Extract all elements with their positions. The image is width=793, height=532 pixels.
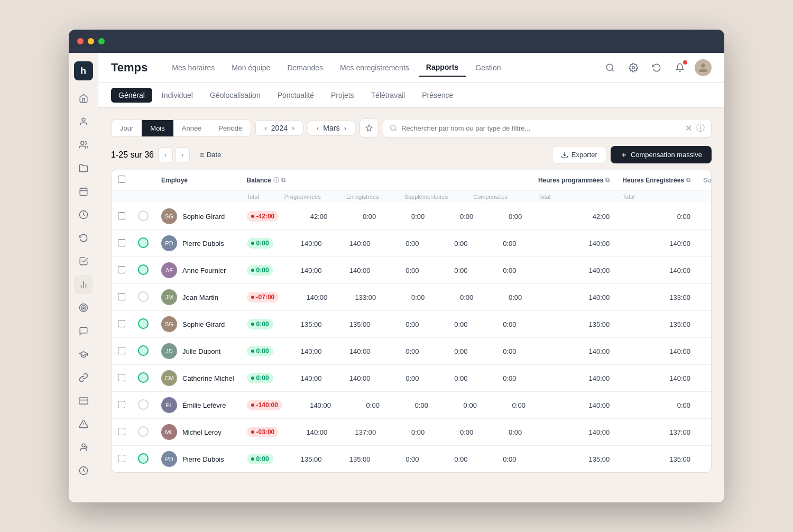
bal-comp: 0:00 <box>487 267 517 274</box>
period-btn-annee[interactable]: Année <box>173 120 210 136</box>
employee-name: Julie Dupont <box>182 347 220 355</box>
row-checkbox[interactable] <box>118 266 125 273</box>
hp-copy-icon[interactable]: ⧉ <box>605 177 610 184</box>
search-input[interactable] <box>401 124 681 132</box>
subnav-teletravail[interactable]: Télétravail <box>364 88 413 103</box>
subrow-he-total: Total <box>616 190 697 204</box>
year-next[interactable]: › <box>290 124 297 132</box>
subrow-status <box>132 190 155 204</box>
row-employee-cell: CM Catherine Michel <box>155 365 241 392</box>
close-dot[interactable] <box>77 38 84 44</box>
nav-mon-equipe[interactable]: Mon équipe <box>224 59 278 76</box>
nav-mes-enregistrements[interactable]: Mes enregistrements <box>333 59 417 76</box>
subnav-ponctualite[interactable]: Ponctualité <box>270 88 321 103</box>
subnav-presence[interactable]: Présence <box>414 88 460 103</box>
table-row: JM Jean Martin -07:00 140:00 133:00 0:00… <box>112 284 712 311</box>
year-prev[interactable]: ‹ <box>262 124 269 132</box>
settings-icon[interactable] <box>625 59 642 76</box>
maximize-dot[interactable] <box>98 38 105 44</box>
export-button[interactable]: Exporter <box>552 146 606 163</box>
sidebar-icon-payment[interactable] <box>74 391 93 410</box>
search-icon[interactable] <box>602 59 619 76</box>
minimize-dot[interactable] <box>88 38 94 44</box>
period-btn-jour[interactable]: Jour <box>112 120 142 136</box>
bal-enr: 0:00 <box>390 240 419 247</box>
subnav-geolocalisation[interactable]: Géolocalisation <box>202 88 268 103</box>
bal-prog: 0:00 <box>350 401 380 409</box>
subnav-projets[interactable]: Projets <box>324 88 362 103</box>
compensation-button[interactable]: Compensation massive <box>611 146 712 163</box>
page-title: Temps <box>111 61 147 75</box>
search-info-icon[interactable]: ⓘ <box>696 123 705 134</box>
row-employee-cell: PD Pierre Dubois <box>155 230 241 257</box>
employee-name: Sophie Girard <box>182 320 225 328</box>
row-he-total: 135:00 <box>616 311 697 338</box>
nav-gestion[interactable]: Gestion <box>468 59 508 76</box>
row-checkbox[interactable] <box>118 428 125 435</box>
balance-copy-icon[interactable]: ⧉ <box>281 177 285 184</box>
row-checkbox[interactable] <box>118 212 125 219</box>
sidebar-icon-message[interactable] <box>74 322 93 341</box>
status-indicator <box>138 426 149 437</box>
row-he-total: 140:00 <box>616 257 697 284</box>
row-checkbox[interactable] <box>118 293 125 300</box>
employee-avatar: SG <box>161 208 177 224</box>
bal-comp: 0:00 <box>487 374 517 382</box>
subnav-individuel[interactable]: Individuel <box>154 88 200 103</box>
month-prev[interactable]: ‹ <box>315 124 321 132</box>
sidebar-icon-target[interactable] <box>74 298 93 317</box>
month-next[interactable]: › <box>342 124 348 132</box>
sort-button[interactable]: Date <box>194 149 225 161</box>
period-btn-periode[interactable]: Période <box>210 120 251 136</box>
he-copy-icon[interactable]: ⧉ <box>686 177 690 184</box>
page-prev-btn[interactable]: ‹ <box>158 148 173 162</box>
sidebar-icon-alert[interactable] <box>74 415 93 434</box>
balance-badge: -140:00 <box>247 400 282 410</box>
search-clear-icon[interactable]: ✕ <box>685 123 692 133</box>
sidebar-icon-home[interactable] <box>74 89 93 108</box>
sidebar-icon-person[interactable] <box>74 112 93 131</box>
employee-name: Catherine Michel <box>182 374 234 382</box>
sidebar-icon-check[interactable] <box>74 252 93 271</box>
sidebar-icon-folder[interactable] <box>74 159 93 178</box>
row-checkbox[interactable] <box>118 401 125 408</box>
badge-dot <box>251 350 254 353</box>
row-checkbox[interactable] <box>118 374 125 381</box>
row-checkbox[interactable] <box>118 347 125 354</box>
page-next-btn[interactable]: › <box>175 148 190 162</box>
balance-info-icon[interactable]: ⓘ <box>273 176 279 184</box>
sidebar-icon-user-settings[interactable] <box>74 438 93 457</box>
sidebar-icon-chart[interactable] <box>74 275 93 294</box>
sidebar-icon-graduation[interactable] <box>74 345 93 364</box>
nav-mes-horaires[interactable]: Mes horaires <box>164 59 222 76</box>
row-he-total: 140:00 <box>616 365 697 392</box>
sidebar-icon-history[interactable] <box>74 228 93 247</box>
period-btn-mois[interactable]: Mois <box>142 120 173 136</box>
bal-total: 140:00 <box>298 428 327 436</box>
bal-enr: 0:00 <box>390 455 419 463</box>
sidebar-icon-pie[interactable] <box>74 461 93 480</box>
sidebar-icon-team[interactable] <box>74 135 93 154</box>
sidebar-icon-clock[interactable] <box>74 205 93 224</box>
row-checkbox[interactable] <box>118 239 125 246</box>
notification-icon[interactable] <box>671 59 688 76</box>
sidebar-icon-calendar[interactable] <box>74 182 93 201</box>
balance-badge: 0:00 <box>247 454 273 464</box>
balance-badge: -03:00 <box>247 427 279 437</box>
row-balance-cell: 0:00 135:00 135:00 0:00 0:00 0:00 <box>241 311 532 338</box>
subnav-general[interactable]: Général <box>111 88 152 103</box>
favorite-button[interactable] <box>359 118 379 137</box>
nav-demandes[interactable]: Demandes <box>280 59 330 76</box>
row-checkbox[interactable] <box>118 320 125 327</box>
col-supplementaires: Supplémentaires <box>404 194 448 200</box>
row-checkbox[interactable] <box>118 455 125 462</box>
row-employee-cell: AF Anne Fournier <box>155 257 241 284</box>
table-row: PD Pierre Dubois 0:00 140:00 140:00 0:00… <box>112 230 712 257</box>
user-avatar[interactable] <box>695 59 712 76</box>
select-all-checkbox[interactable] <box>118 176 125 183</box>
employee-avatar: CM <box>161 370 177 386</box>
nav-rapports[interactable]: Rapports <box>419 59 466 77</box>
status-indicator <box>138 453 149 464</box>
refresh-icon[interactable] <box>648 59 665 76</box>
sidebar-icon-link[interactable] <box>74 368 93 387</box>
